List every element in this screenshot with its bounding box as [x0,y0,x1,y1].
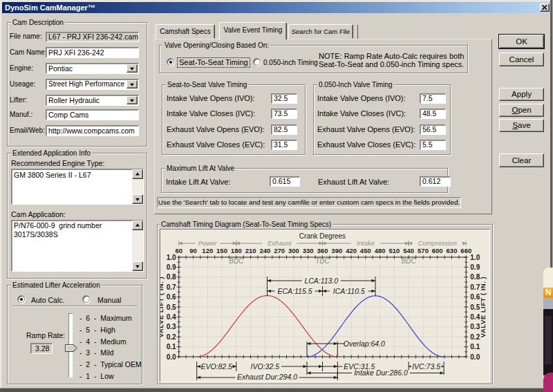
svg-text:60: 60 [175,247,182,254]
svg-text:0.5: 0.5 [167,304,176,311]
svg-text:1.0: 1.0 [470,254,480,261]
svg-text:Exhaust Dur:294.0: Exhaust Dur:294.0 [237,373,297,381]
svg-text:330: 330 [303,247,314,254]
svg-text:240: 240 [259,247,270,254]
svg-text:TDC: TDC [315,257,330,265]
svg-text:360: 360 [317,247,328,254]
svg-text:LCA:113.0: LCA:113.0 [304,277,338,285]
svg-text:0.0: 0.0 [167,353,176,361]
svg-text:BDC: BDC [229,257,244,265]
svg-text:0.3: 0.3 [167,323,176,330]
svg-text:Crank Degrees: Crank Degrees [299,232,346,240]
svg-text:0.1: 0.1 [167,343,176,351]
svg-text:Exhaust: Exhaust [268,239,292,247]
svg-text:390: 390 [331,247,342,254]
svg-text:Compression: Compression [418,239,457,247]
svg-text:270: 270 [274,247,285,254]
svg-text:Intake Dur:286.0: Intake Dur:286.0 [354,368,408,377]
svg-text:0.6: 0.6 [167,293,176,301]
svg-text:Intake: Intake [357,239,375,247]
svg-text:0.1: 0.1 [470,343,480,351]
svg-text:0.9: 0.9 [167,263,176,271]
svg-text:VALVE LIFT ( IN. ): VALVE LIFT ( IN. ) [479,277,487,337]
svg-text:ICA:110.5: ICA:110.5 [333,287,365,295]
svg-text:300: 300 [288,247,299,254]
svg-text:0.7: 0.7 [167,283,176,291]
svg-text:510: 510 [388,247,400,254]
svg-text:Power: Power [198,239,218,247]
svg-text:90: 90 [189,247,197,254]
svg-text:210: 210 [245,247,256,254]
svg-text:120: 120 [202,247,213,254]
svg-text:150: 150 [216,247,227,254]
svg-text:0.4: 0.4 [167,313,176,321]
svg-text:EVO:82.5: EVO:82.5 [200,362,232,371]
svg-text:630: 630 [447,247,458,254]
svg-text:VALVE LIFT ( IN. ): VALVE LIFT ( IN. ) [160,277,165,337]
svg-text:180: 180 [231,247,242,254]
svg-text:570: 570 [418,247,429,254]
svg-text:0.0: 0.0 [470,353,480,361]
svg-text:1.0: 1.0 [167,254,176,261]
svg-text:ECA:115.5: ECA:115.5 [277,287,312,295]
svg-text:0.2: 0.2 [167,333,176,341]
svg-text:540: 540 [403,247,414,254]
svg-text:450: 450 [360,247,371,254]
svg-text:0.9: 0.9 [470,263,480,271]
svg-text:BDC: BDC [402,257,417,265]
svg-text:480: 480 [375,247,386,254]
svg-text:0.8: 0.8 [167,273,176,281]
svg-text:Overlap:64.0: Overlap:64.0 [344,339,385,348]
svg-text:420: 420 [346,247,357,254]
svg-text:600: 600 [432,247,443,254]
svg-text:IVC:73.5: IVC:73.5 [412,362,440,371]
svg-text:IVO:32.5: IVO:32.5 [251,362,280,371]
